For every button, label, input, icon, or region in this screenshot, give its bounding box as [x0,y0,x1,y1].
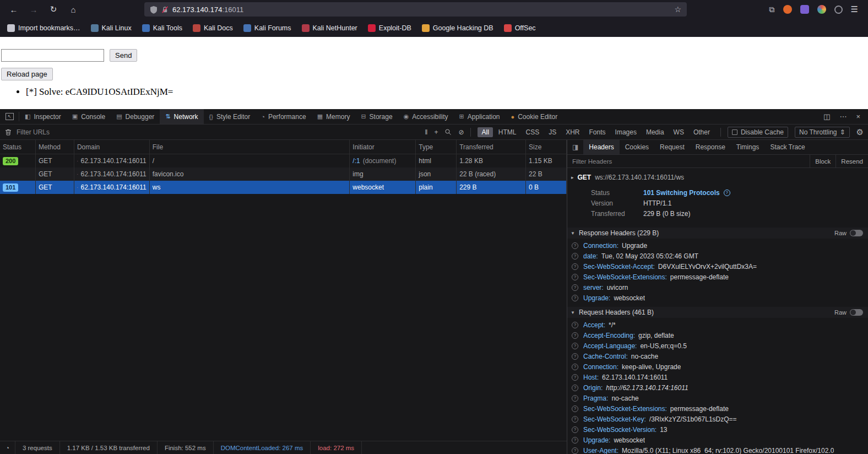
filter-pill[interactable]: XHR [562,127,583,137]
extension-icon-multicolor[interactable] [817,5,826,14]
pause-icon[interactable]: ‖ [425,128,427,136]
devtools-tab[interactable]: ◧ Inspector [19,109,67,124]
request-summary-line[interactable]: ▸ GET ws://62.173.140.174:16011/ws [567,168,868,185]
filter-pill[interactable]: Other [690,127,714,137]
insecure-lock-icon[interactable] [161,6,169,13]
header-row[interactable]: ? Connection Upgrade [567,240,868,251]
filter-pill[interactable]: JS [545,127,560,137]
header-info-icon[interactable]: ? [572,353,578,360]
details-tab[interactable]: Cookies [620,140,654,154]
column-header[interactable]: Method [36,140,74,154]
details-tab[interactable]: Response [690,140,731,154]
bookmark-item[interactable]: OffSec [504,24,536,32]
header-info-icon[interactable]: ? [572,374,578,381]
header-row[interactable]: ? Host 62.173.140.174:16011 [567,372,868,382]
extension-icon-ring[interactable] [834,6,843,14]
request-row-selected[interactable]: 101 GET 62.173.140.174:16011 ws websocke… [0,181,567,194]
devtools-tab[interactable]: ● Cookie Editor [506,109,563,124]
initiator-link[interactable]: /:1 [352,157,360,165]
header-row[interactable]: ? Pragma no-cache [567,393,868,403]
request-headers-section[interactable]: ▼ Request Headers (461 B) Raw [567,307,868,318]
details-tab[interactable]: Stack Trace [764,140,810,154]
header-info-icon[interactable]: ? [572,364,578,370]
bookmark-item[interactable]: Google Hacking DB [422,24,493,32]
filter-pill[interactable]: Images [611,127,641,137]
add-request-icon[interactable]: + [434,128,438,136]
devtools-menu-icon[interactable]: ⋯ [839,112,847,121]
filter-pill[interactable]: Media [642,127,668,137]
raw-toggle[interactable] [850,230,863,236]
devtools-tab[interactable]: ▦ Memory [312,109,356,124]
bookmark-item[interactable]: Kali Linux [91,24,132,32]
column-header[interactable]: Transferred [457,140,526,154]
throttling-dropdown[interactable]: No Throttling ⇕ [795,127,850,138]
header-row[interactable]: ? Accept-Language en-US,en;q=0.5 [567,340,868,351]
header-row[interactable]: ? User-Agent Mozilla/5.0 (X11; Linux x86… [567,445,868,454]
reload-page-button[interactable]: Reload page [1,68,53,80]
filter-pill[interactable]: CSS [522,127,543,137]
devtools-tab[interactable]: ◔ Performance [256,109,311,124]
header-info-icon[interactable]: ? [572,426,578,433]
resend-button[interactable]: Resend [836,155,868,167]
filter-headers-input[interactable] [567,155,810,167]
header-row[interactable]: ? Accept */* [567,320,868,330]
block-button[interactable]: Block [810,155,836,167]
header-row[interactable]: ? Sec-WebSocket-Version 13 [567,424,868,435]
solve-input[interactable] [1,49,104,62]
filter-urls-input[interactable] [17,128,154,136]
pick-element-button[interactable]: ↖ [0,109,19,124]
url-bar[interactable]: 62.173.140.174:16011 ☆ [144,2,687,17]
details-tab[interactable]: Request [654,140,690,154]
column-header[interactable]: Type [416,140,457,154]
header-row[interactable]: ? Upgrade websocket [567,293,868,303]
header-row[interactable]: ? Upgrade websocket [567,435,868,445]
status-info-icon[interactable]: ? [724,190,730,196]
extension-icon-purple[interactable] [800,5,809,14]
split-console-icon[interactable]: ◫ [823,112,830,121]
filter-pill[interactable]: HTML [495,127,520,137]
header-info-icon[interactable]: ? [572,332,578,339]
header-info-icon[interactable]: ? [572,322,578,328]
search-icon[interactable] [444,128,452,136]
header-info-icon[interactable]: ? [572,274,578,280]
bookmark-item[interactable]: Kali Forums [243,24,291,32]
panel-toggle-icon[interactable]: ◨ [567,140,583,154]
header-info-icon[interactable]: ? [572,284,578,291]
header-row[interactable]: ? Origin http://62.173.140.174:16011 [567,382,868,393]
header-info-icon[interactable]: ? [572,385,578,391]
column-header[interactable]: File [150,140,350,154]
details-tab[interactable]: Headers [583,140,619,154]
header-row[interactable]: ? Connection keep-alive, Upgrade [567,361,868,372]
bookmark-star-icon[interactable]: ☆ [674,5,681,14]
devtools-tab[interactable]: ▤ Debugger [111,109,160,124]
header-row[interactable]: ? date Tue, 02 May 2023 05:02:46 GMT [567,251,868,261]
library-icon[interactable]: ⧉ [769,5,775,14]
header-row[interactable]: ? Sec-WebSocket-Key /3RlxKzYZ/S1b067L1sD… [567,414,868,424]
reload-button[interactable]: ↻ [45,2,62,17]
back-button[interactable]: ← [6,2,22,17]
clear-requests-icon[interactable] [4,128,12,136]
header-info-icon[interactable]: ? [572,295,578,301]
header-info-icon[interactable]: ? [572,447,578,454]
devtools-tab[interactable]: ◉ Accessibility [398,109,454,124]
header-row[interactable]: ? Sec-WebSocket-Extensions permessage-de… [567,272,868,282]
filter-pill[interactable]: All [478,127,492,137]
header-info-icon[interactable]: ? [572,263,578,270]
block-request-icon[interactable]: ⊘ [458,128,464,136]
hamburger-menu-icon[interactable]: ☰ [851,4,858,14]
bookmark-item[interactable]: Exploit-DB [368,24,411,32]
filter-pill[interactable]: WS [670,127,688,137]
header-info-icon[interactable]: ? [572,253,578,260]
devtools-tab[interactable]: ⇅ Network [160,109,203,124]
details-tab[interactable]: Timings [731,140,765,154]
disable-cache-checkbox[interactable] [732,129,737,135]
network-settings-icon[interactable]: ⚙ [856,127,864,137]
devtools-tab[interactable]: ▣ Console [67,109,111,124]
column-header[interactable]: Status [0,140,36,154]
tracking-shield-icon[interactable] [150,6,158,14]
devtools-tab[interactable]: ⊟ Storage [355,109,398,124]
request-row[interactable]: 200 GET 62.173.140.174:16011 / /:1(docum… [0,154,567,167]
devtools-tab[interactable]: {} Style Editor [204,109,256,124]
response-headers-section[interactable]: ▼ Response Headers (229 B) Raw [567,228,868,239]
header-info-icon[interactable]: ? [572,437,578,444]
